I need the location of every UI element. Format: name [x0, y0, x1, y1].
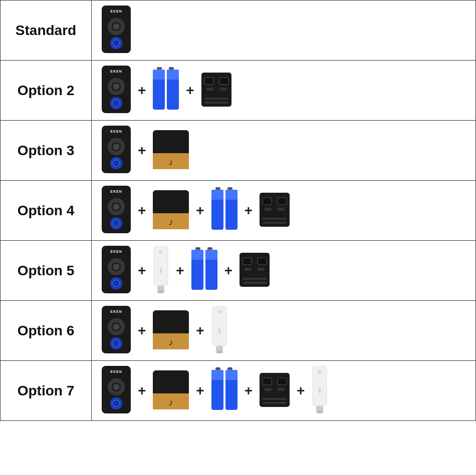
- plus-symbol: +: [196, 203, 204, 219]
- charger-icon: [260, 373, 290, 409]
- svg-rect-75: [207, 247, 212, 250]
- row-content-cell: EKEN + ♪ + +: [92, 181, 476, 241]
- row-items: EKEN + ♪: [92, 121, 475, 180]
- plus-symbol: +: [297, 383, 305, 399]
- svg-rect-71: [159, 290, 163, 293]
- svg-rect-59: [263, 222, 287, 224]
- svg-point-124: [318, 370, 322, 374]
- svg-text:♪: ♪: [169, 397, 173, 407]
- svg-rect-82: [258, 268, 265, 271]
- row-label: Option 5: [1, 241, 92, 301]
- row-items: EKEN + ♪ + WiFi: [92, 301, 475, 360]
- svg-rect-47: [215, 187, 220, 190]
- row-content-cell: EKEN: [92, 1, 476, 61]
- svg-rect-19: [167, 70, 179, 80]
- svg-rect-127: [318, 410, 322, 413]
- svg-rect-121: [263, 398, 287, 400]
- svg-rect-77: [205, 250, 217, 260]
- table-row: Option 5 EKEN + WiFi + +: [1, 241, 476, 301]
- plus-symbol: +: [196, 383, 204, 399]
- row-items: EKEN + +: [92, 61, 475, 120]
- svg-rect-113: [227, 367, 232, 370]
- svg-rect-14: [157, 67, 162, 70]
- svg-rect-55: [278, 198, 287, 205]
- svg-point-68: [159, 250, 163, 254]
- table-row: Option 6 EKEN + ♪ + WiFi: [1, 301, 476, 361]
- plus-symbol: +: [138, 143, 146, 159]
- svg-rect-57: [278, 208, 285, 211]
- svg-point-11: [113, 84, 119, 90]
- svg-rect-120: [278, 388, 285, 391]
- svg-rect-122: [263, 402, 287, 404]
- svg-text:EKEN: EKEN: [110, 10, 122, 13]
- doorbell-icon: EKEN: [102, 306, 131, 355]
- svg-rect-25: [204, 98, 228, 100]
- batteries-icon: [153, 67, 179, 114]
- plus-symbol: +: [138, 323, 146, 339]
- chime-icon: ♪: [153, 310, 189, 351]
- row-content-cell: EKEN + +: [92, 61, 476, 121]
- svg-text:WiFi: WiFi: [159, 268, 162, 274]
- wifi-stick-icon: WiFi: [153, 246, 169, 295]
- doorbell-icon: EKEN: [102, 246, 131, 295]
- svg-text:♪: ♪: [169, 337, 173, 347]
- svg-rect-81: [245, 268, 252, 271]
- wifi-stick-icon: WiFi: [211, 306, 227, 355]
- svg-text:EKEN: EKEN: [110, 370, 122, 373]
- svg-point-104: [113, 384, 119, 390]
- svg-rect-54: [263, 198, 272, 205]
- svg-rect-112: [211, 370, 223, 380]
- svg-point-89: [113, 324, 119, 330]
- svg-rect-56: [265, 208, 272, 211]
- svg-rect-119: [265, 388, 272, 391]
- svg-point-64: [113, 264, 119, 270]
- svg-rect-84: [243, 282, 267, 284]
- batteries-icon: [211, 187, 237, 234]
- options-table: Standard EKEN Option 2 EKEN + + Option 3…: [0, 0, 476, 421]
- svg-rect-24: [219, 88, 226, 91]
- svg-text:♪: ♪: [169, 217, 173, 227]
- svg-rect-83: [243, 278, 267, 280]
- svg-rect-117: [263, 378, 272, 385]
- svg-rect-115: [225, 370, 237, 380]
- svg-rect-79: [243, 258, 252, 265]
- plus-symbol: +: [138, 383, 146, 399]
- plus-symbol: +: [245, 203, 253, 219]
- svg-text:♪: ♪: [169, 157, 173, 167]
- svg-point-41: [113, 204, 119, 210]
- svg-rect-16: [153, 70, 165, 80]
- row-label: Option 2: [1, 61, 92, 121]
- svg-rect-49: [211, 190, 223, 200]
- table-row: Option 3 EKEN + ♪: [1, 121, 476, 181]
- svg-rect-52: [225, 190, 237, 200]
- svg-rect-80: [258, 258, 267, 265]
- plus-symbol: +: [224, 263, 232, 279]
- svg-point-31: [113, 144, 119, 150]
- plus-symbol: +: [138, 83, 146, 99]
- svg-text:EKEN: EKEN: [110, 130, 122, 133]
- svg-rect-17: [169, 67, 174, 70]
- row-label: Standard: [1, 1, 92, 61]
- row-content-cell: EKEN + ♪: [92, 121, 476, 181]
- chime-icon: ♪: [153, 190, 189, 231]
- svg-rect-58: [263, 218, 287, 220]
- svg-rect-99: [217, 350, 221, 353]
- svg-text:EKEN: EKEN: [110, 310, 122, 313]
- plus-symbol: +: [138, 203, 146, 219]
- svg-rect-21: [204, 78, 213, 85]
- table-row: Option 4 EKEN + ♪ + +: [1, 181, 476, 241]
- svg-point-96: [217, 310, 221, 314]
- row-items: EKEN + ♪ + + + WiFi: [92, 361, 475, 420]
- chime-icon: ♪: [153, 130, 189, 171]
- doorbell-icon: EKEN: [102, 66, 131, 115]
- doorbell-icon: EKEN: [102, 366, 131, 415]
- plus-symbol: +: [138, 263, 146, 279]
- row-content-cell: EKEN + WiFi + +: [92, 241, 476, 301]
- row-content-cell: EKEN + ♪ + + + WiFi: [92, 361, 476, 421]
- row-items: EKEN + WiFi + +: [92, 241, 475, 300]
- svg-rect-23: [206, 88, 213, 91]
- row-label: Option 6: [1, 301, 92, 361]
- charger-icon: [260, 193, 290, 229]
- svg-text:WiFi: WiFi: [218, 328, 221, 334]
- row-label: Option 7: [1, 361, 92, 421]
